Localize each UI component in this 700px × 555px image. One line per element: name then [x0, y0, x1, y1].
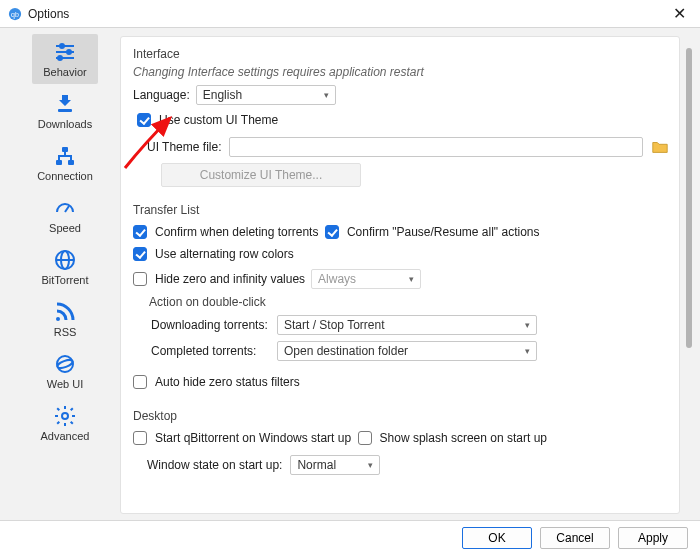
settings-scroll-area: Interface Changing Interface settings re…	[120, 36, 680, 514]
confirm-delete-checkbox[interactable]: Confirm when deleting torrents	[133, 225, 318, 239]
section-title: Transfer List	[133, 203, 669, 217]
checkbox-icon	[133, 375, 147, 389]
hide-zero-checkbox[interactable]: Hide zero and infinity values	[133, 272, 305, 286]
section-desktop: Desktop Start qBittorrent on Windows sta…	[131, 409, 669, 475]
section-interface: Interface Changing Interface settings re…	[131, 47, 669, 187]
svg-rect-10	[56, 160, 62, 165]
sidebar-item-label: Speed	[49, 222, 81, 234]
checkbox-label: Use custom UI Theme	[159, 113, 278, 127]
close-icon[interactable]: ✕	[667, 2, 692, 25]
downloading-action-select[interactable]: Start / Stop Torrent ▾	[277, 315, 537, 335]
app-icon: qb	[8, 7, 22, 21]
auto-hide-checkbox[interactable]: Auto hide zero status filters	[133, 375, 300, 389]
svg-point-3	[60, 44, 64, 48]
win-state-select[interactable]: Normal ▾	[290, 455, 380, 475]
globe-icon	[50, 248, 80, 272]
svg-rect-11	[68, 160, 74, 165]
chevron-down-icon: ▾	[525, 320, 530, 330]
download-icon	[50, 92, 80, 116]
section-title: Desktop	[133, 409, 669, 423]
sidebar-item-speed[interactable]: Speed	[32, 190, 98, 240]
checkbox-icon	[133, 247, 147, 261]
section-title: Interface	[133, 47, 669, 61]
network-icon	[50, 144, 80, 168]
completed-action-select[interactable]: Open destination folder ▾	[277, 341, 537, 361]
downloading-label: Downloading torrents:	[151, 318, 269, 332]
svg-text:qb: qb	[11, 10, 19, 18]
downloading-action-value: Start / Stop Torrent	[284, 318, 385, 332]
language-label: Language:	[133, 88, 190, 102]
rss-icon	[50, 300, 80, 324]
sidebar: Behavior Downloads Connection Speed BitT…	[0, 28, 110, 520]
svg-rect-8	[58, 109, 72, 112]
sidebar-item-advanced[interactable]: Advanced	[32, 398, 98, 448]
sidebar-item-rss[interactable]: RSS	[32, 294, 98, 344]
checkbox-label: Confirm when deleting torrents	[155, 225, 318, 239]
cancel-button[interactable]: Cancel	[540, 527, 610, 549]
sidebar-item-behavior[interactable]: Behavior	[32, 34, 98, 84]
confirm-pause-checkbox[interactable]: Confirm "Pause/Resume all" actions	[325, 225, 540, 239]
checkbox-label: Use alternating row colors	[155, 247, 294, 261]
chevron-down-icon: ▾	[525, 346, 530, 356]
language-select[interactable]: English ▾	[196, 85, 336, 105]
globe-ring-icon	[50, 352, 80, 376]
chevron-down-icon: ▾	[368, 460, 373, 470]
sidebar-item-label: Connection	[37, 170, 93, 182]
completed-action-value: Open destination folder	[284, 344, 408, 358]
completed-label: Completed torrents:	[151, 344, 269, 358]
sidebar-item-connection[interactable]: Connection	[32, 138, 98, 188]
svg-point-19	[62, 413, 68, 419]
checkbox-icon	[137, 113, 151, 127]
main-panel: Interface Changing Interface settings re…	[110, 28, 700, 520]
win-state-value: Normal	[297, 458, 336, 472]
sidebar-item-bittorrent[interactable]: BitTorrent	[32, 242, 98, 292]
sidebar-item-label: RSS	[54, 326, 77, 338]
hide-zero-mode-select[interactable]: Always ▾	[311, 269, 421, 289]
hide-zero-mode-value: Always	[318, 272, 356, 286]
checkbox-icon	[325, 225, 339, 239]
win-state-label: Window state on start up:	[147, 458, 282, 472]
checkbox-label: Hide zero and infinity values	[155, 272, 305, 286]
double-click-title: Action on double-click	[149, 295, 669, 309]
theme-file-input[interactable]	[229, 137, 643, 157]
use-custom-theme-checkbox[interactable]: Use custom UI Theme	[137, 113, 278, 127]
svg-point-5	[67, 50, 71, 54]
sidebar-item-webui[interactable]: Web UI	[32, 346, 98, 396]
sidebar-item-label: BitTorrent	[41, 274, 88, 286]
svg-line-12	[65, 206, 69, 212]
checkbox-label: Start qBittorrent on Windows start up	[155, 431, 351, 445]
splash-checkbox[interactable]: Show splash screen on start up	[358, 431, 547, 445]
sidebar-item-label: Advanced	[41, 430, 90, 442]
chevron-down-icon: ▾	[324, 90, 329, 100]
window-title: Options	[28, 7, 667, 21]
section-note: Changing Interface settings requires app…	[133, 65, 669, 79]
svg-rect-9	[62, 147, 68, 152]
gear-icon	[50, 404, 80, 428]
svg-point-16	[56, 317, 60, 321]
alt-rows-checkbox[interactable]: Use alternating row colors	[133, 247, 294, 261]
customize-theme-button[interactable]: Customize UI Theme...	[161, 163, 361, 187]
gauge-icon	[50, 196, 80, 220]
dialog-footer: OK Cancel Apply	[0, 520, 700, 555]
start-on-boot-checkbox[interactable]: Start qBittorrent on Windows start up	[133, 431, 351, 445]
chevron-down-icon: ▾	[409, 274, 414, 284]
section-transfer: Transfer List Confirm when deleting torr…	[131, 203, 669, 393]
sidebar-item-label: Behavior	[43, 66, 86, 78]
theme-file-label: UI Theme file:	[147, 140, 221, 154]
checkbox-icon	[133, 225, 147, 239]
checkbox-label: Confirm "Pause/Resume all" actions	[347, 225, 540, 239]
sidebar-item-label: Downloads	[38, 118, 92, 130]
apply-button[interactable]: Apply	[618, 527, 688, 549]
titlebar: qb Options ✕	[0, 0, 700, 28]
checkbox-label: Auto hide zero status filters	[155, 375, 300, 389]
sidebar-item-label: Web UI	[47, 378, 83, 390]
sliders-icon	[50, 40, 80, 64]
checkbox-icon	[133, 431, 147, 445]
sidebar-item-downloads[interactable]: Downloads	[32, 86, 98, 136]
checkbox-icon	[358, 431, 372, 445]
language-value: English	[203, 88, 242, 102]
ok-button[interactable]: OK	[462, 527, 532, 549]
svg-point-7	[58, 56, 62, 60]
scrollbar[interactable]	[686, 48, 692, 348]
folder-icon[interactable]	[651, 138, 669, 156]
